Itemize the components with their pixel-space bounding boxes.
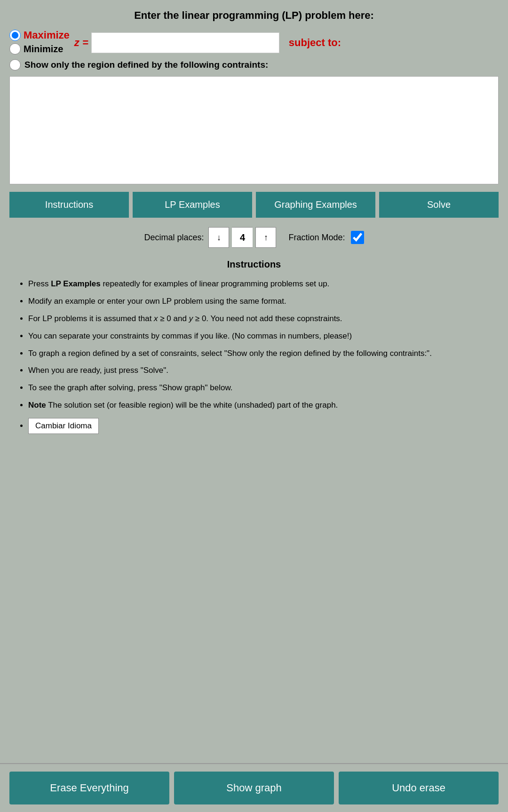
list-item: For LP problems it is assumed that x ≥ 0… <box>28 312 494 326</box>
instructions-button[interactable]: Instructions <box>9 192 129 218</box>
note-bold: Note <box>28 401 46 410</box>
graphing-examples-button[interactable]: Graphing Examples <box>256 192 375 218</box>
action-buttons: Instructions LP Examples Graphing Exampl… <box>9 192 499 218</box>
show-graph-button[interactable]: Show graph <box>174 772 334 804</box>
objective-function-input[interactable] <box>91 32 279 53</box>
list-item: To see the graph after solving, press "S… <box>28 381 494 395</box>
decimal-places-label: Decimal places: <box>144 233 204 243</box>
subject-to-label: subject to: <box>289 37 341 49</box>
lp-examples-bold: LP Examples <box>51 279 101 288</box>
show-only-label: Show only the region defined by the foll… <box>24 60 268 70</box>
objective-radio-group: Maximize Minimize <box>9 29 70 56</box>
list-item: Modify an example or enter your own LP p… <box>28 295 494 308</box>
instructions-section: Instructions Press LP Examples repeatedl… <box>9 259 499 434</box>
fraction-mode-checkbox[interactable] <box>351 231 364 244</box>
decimal-value-display: 4 <box>232 227 253 248</box>
list-item: Note The solution set (or feasible regio… <box>28 399 494 412</box>
decimal-down-button[interactable]: ↓ <box>208 227 229 248</box>
solve-button[interactable]: Solve <box>379 192 499 218</box>
list-item: You can separate your constraints by com… <box>28 330 494 343</box>
undo-erase-button[interactable]: Undo erase <box>339 772 499 804</box>
bottom-bar: Erase Everything Show graph Undo erase <box>0 763 508 812</box>
constraints-textarea[interactable] <box>9 76 499 184</box>
maximize-label: Maximize <box>24 29 70 41</box>
page-title: Enter the linear programming (LP) proble… <box>9 9 499 22</box>
lp-examples-button[interactable]: LP Examples <box>133 192 252 218</box>
list-item: To graph a region defined by a set of co… <box>28 347 494 361</box>
z-equals-label: z = <box>74 37 88 49</box>
show-only-radio[interactable] <box>9 59 21 71</box>
erase-everything-button[interactable]: Erase Everything <box>9 772 169 804</box>
list-item: Press LP Examples repeatedly for example… <box>28 277 494 291</box>
minimize-radio[interactable] <box>9 43 21 55</box>
decimal-up-button[interactable]: ↑ <box>255 227 276 248</box>
fraction-mode-label: Fraction Mode: <box>288 233 345 243</box>
maximize-radio-label[interactable]: Maximize <box>9 29 70 41</box>
minimize-label: Minimize <box>24 44 63 55</box>
minimize-radio-label[interactable]: Minimize <box>9 43 70 55</box>
list-item: Cambiar Idioma <box>28 416 494 434</box>
instructions-title: Instructions <box>14 259 494 270</box>
maximize-radio[interactable] <box>9 30 21 41</box>
show-only-row: Show only the region defined by the foll… <box>9 59 499 71</box>
cambiar-idioma-button[interactable]: Cambiar Idioma <box>28 418 99 434</box>
list-item: When you are ready, just press "Solve". <box>28 364 494 378</box>
instructions-list: Press LP Examples repeatedly for example… <box>14 277 494 434</box>
decimal-row: Decimal places: ↓ 4 ↑ Fraction Mode: <box>9 227 499 248</box>
